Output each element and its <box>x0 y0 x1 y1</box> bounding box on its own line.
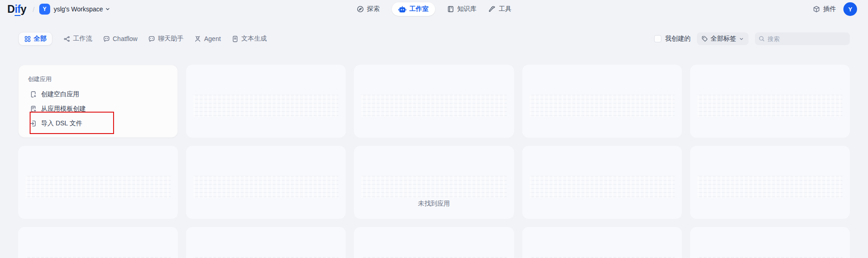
nav-explore-label: 探索 <box>367 5 380 13</box>
nav-knowledge[interactable]: 知识库 <box>447 5 477 13</box>
create-app-card: 创建应用 创建空白应用 从应用模板创建 导入 DSL 文件 <box>18 65 178 138</box>
main-nav: 探索 工作室 知识库 工具 <box>357 0 512 18</box>
search-icon <box>759 36 765 42</box>
workspace-selector[interactable]: yslg's Workspace <box>54 5 110 13</box>
file-plus-icon <box>30 91 37 98</box>
app-card-placeholder <box>186 65 346 138</box>
app-card-placeholder <box>354 65 514 138</box>
dify-logo[interactable]: Dify <box>7 4 26 15</box>
tags-filter-dropdown[interactable]: 全部标签 <box>697 32 748 45</box>
import-dsl-label: 导入 DSL 文件 <box>41 119 83 128</box>
nav-studio[interactable]: 工作室 <box>392 2 435 16</box>
create-app-title: 创建应用 <box>28 75 169 83</box>
tab-chatflow[interactable]: Chatflow <box>103 35 137 42</box>
nav-explore[interactable]: 探索 <box>357 5 380 13</box>
created-by-me-filter[interactable]: 我创建的 <box>654 35 691 43</box>
tab-workflow[interactable]: 工作流 <box>63 35 92 43</box>
header-right: 插件 Y <box>813 2 857 16</box>
logo-part-highlight: if <box>15 3 21 16</box>
app-card-placeholder <box>354 146 514 219</box>
app-card-placeholder <box>354 227 514 258</box>
create-actions: 创建空白应用 从应用模板创建 导入 DSL 文件 <box>28 87 169 131</box>
cube-icon <box>813 5 820 13</box>
nav-tools-label: 工具 <box>499 5 512 13</box>
robot-icon <box>398 6 406 13</box>
workspace-avatar[interactable]: Y <box>39 4 50 15</box>
tab-chatflow-label: Chatflow <box>113 35 137 42</box>
template-plus-icon <box>30 105 37 113</box>
app-card-placeholder <box>186 146 346 219</box>
agent-icon <box>194 36 201 42</box>
tab-all-label: 全部 <box>34 35 47 43</box>
hammer-icon <box>489 5 496 13</box>
breadcrumb-separator: / <box>32 5 34 13</box>
workspace-name: yslg's Workspace <box>54 5 103 13</box>
create-from-template-label: 从应用模板创建 <box>41 105 86 113</box>
create-blank-app-button[interactable]: 创建空白应用 <box>28 87 169 102</box>
tab-all[interactable]: 全部 <box>18 32 52 46</box>
tags-filter-label: 全部标签 <box>711 35 736 43</box>
import-icon <box>30 120 37 127</box>
grid-icon <box>24 36 31 42</box>
chevron-down-icon <box>105 6 110 12</box>
nav-tools[interactable]: 工具 <box>489 5 512 13</box>
chat-bubble-icon <box>103 36 110 42</box>
plugins-label: 插件 <box>823 5 836 13</box>
tag-icon <box>702 36 708 42</box>
app-card-placeholder <box>18 227 178 258</box>
tab-chat-assistant[interactable]: 聊天助手 <box>148 35 183 43</box>
search-box[interactable] <box>755 32 850 45</box>
document-icon <box>232 36 239 42</box>
brand-area: Dify / Y yslg's Workspace <box>7 4 110 15</box>
nav-knowledge-label: 知识库 <box>457 5 477 13</box>
tab-text-generation[interactable]: 文本生成 <box>232 35 267 43</box>
created-by-me-checkbox[interactable] <box>654 35 661 42</box>
create-blank-app-label: 创建空白应用 <box>41 90 79 98</box>
book-icon <box>447 5 454 13</box>
create-from-template-button[interactable]: 从应用模板创建 <box>28 102 169 116</box>
explore-icon <box>357 5 364 13</box>
right-filters: 我创建的 全部标签 <box>654 32 850 45</box>
nav-studio-label: 工作室 <box>410 5 429 13</box>
app-card-placeholder <box>522 146 682 219</box>
created-by-me-label: 我创建的 <box>665 35 691 43</box>
search-input[interactable] <box>768 36 846 42</box>
plugins-button[interactable]: 插件 <box>813 5 836 13</box>
workflow-icon <box>63 36 70 42</box>
chevron-down-icon <box>739 36 744 41</box>
app-card-placeholder <box>186 227 346 258</box>
app-card-placeholder <box>18 146 178 219</box>
user-avatar[interactable]: Y <box>843 2 857 16</box>
filter-toolbar: 全部 工作流 Chatflow 聊天助手 Agent 文本生成 我创建的 <box>18 32 850 46</box>
import-dsl-button[interactable]: 导入 DSL 文件 <box>28 116 169 131</box>
app-card-placeholder <box>522 227 682 258</box>
app-card-placeholder <box>690 146 850 219</box>
tab-workflow-label: 工作流 <box>73 35 92 43</box>
logo-part-post: y <box>21 3 26 15</box>
tab-agent-label: Agent <box>204 35 221 42</box>
app-type-tabs: 全部 工作流 Chatflow 聊天助手 Agent 文本生成 <box>18 32 267 46</box>
app-card-placeholder <box>690 65 850 138</box>
app-grid: 创建应用 创建空白应用 从应用模板创建 导入 DSL 文件 <box>18 65 850 258</box>
empty-state-message: 未找到应用 <box>0 200 868 208</box>
app-card-placeholder <box>690 227 850 258</box>
tab-chat-assistant-label: 聊天助手 <box>158 35 183 43</box>
chat-assistant-icon <box>148 36 155 42</box>
top-header: Dify / Y yslg's Workspace 探索 工作室 知识库 <box>0 0 868 18</box>
logo-part-pre: D <box>7 3 15 15</box>
app-card-placeholder <box>522 65 682 138</box>
tab-text-generation-label: 文本生成 <box>241 35 267 43</box>
tab-agent[interactable]: Agent <box>194 35 221 42</box>
